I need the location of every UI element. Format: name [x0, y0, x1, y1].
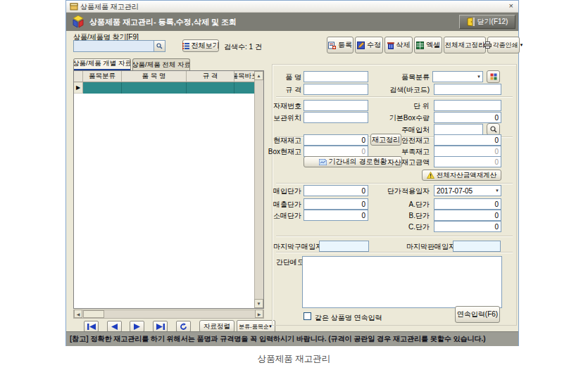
same-name-checkbox[interactable] [304, 312, 311, 320]
divider [276, 252, 513, 253]
chevron-down-icon: ▼ [495, 189, 499, 193]
sale-price-field[interactable] [304, 198, 368, 210]
nav-refresh-button[interactable] [176, 321, 191, 332]
product-name-label: 품 명 [263, 72, 301, 82]
purchase-price-label: 매입단가 [263, 186, 301, 196]
box-stock-field[interactable] [304, 146, 368, 157]
a-price-field[interactable] [434, 198, 501, 210]
retail-price-label: 소매단가 [263, 211, 301, 221]
refresh-icon [180, 323, 187, 331]
supplier-field[interactable] [434, 124, 483, 135]
memo-label: 간단메모 [276, 257, 304, 267]
app-window: 상품제품 재고관리 × 상품제품 재고관리- 등록,수정,삭제 및 조회 닫기(… [65, 0, 519, 346]
screenshot-caption: 상품제품 재고관리 [0, 353, 588, 365]
grid-cell[interactable] [83, 82, 122, 94]
nav-last-button[interactable] [153, 321, 168, 332]
grid-col-header[interactable]: 품목분류 [83, 71, 122, 82]
same-name-checkbox-label: 같은 상품명 연속입력 [315, 313, 382, 323]
grid-selector-header [74, 71, 83, 82]
product-grid[interactable]: 품목분류 품 목 명 규 격 품목바코 ▶ ▲ ▼ [73, 70, 264, 309]
close-icon[interactable]: × [509, 1, 513, 10]
status-bar: [참고] 정확한 재고관리를 하기 위해서는 품명과 규격명을 꼭 입력하시기 … [66, 331, 518, 346]
b-price-field[interactable] [434, 210, 501, 221]
category-label: 품목분류 [362, 72, 430, 82]
first-record-icon [87, 324, 96, 330]
product-name-field[interactable] [304, 71, 368, 82]
excel-button[interactable]: 엑셀 [414, 37, 442, 53]
category-dropdown[interactable]: ▼ [432, 71, 483, 82]
spec-field[interactable] [304, 84, 368, 95]
scroll-up-icon[interactable]: ▲ [254, 71, 263, 80]
grid-col-header[interactable]: 품 목 명 [122, 71, 187, 82]
current-stock-field[interactable] [304, 134, 368, 146]
divider [276, 183, 513, 184]
current-stock-label: 현재재고 [263, 136, 301, 146]
nav-first-button[interactable] [84, 321, 99, 332]
scroll-down-icon[interactable]: ▼ [254, 299, 263, 308]
stock-cleanup-all-button[interactable]: 전체재고정리 [444, 37, 486, 53]
continuous-input-button[interactable]: 연속입력(F6) [455, 306, 500, 323]
tab-all-data[interactable]: 상품/제품 전체 자료 [132, 58, 190, 70]
delete-button[interactable]: 삭제 [384, 37, 413, 53]
shortage-field[interactable] [434, 146, 501, 157]
grid-vertical-scrollbar[interactable]: ▲ ▼ [254, 71, 263, 308]
last-purchase-field[interactable] [319, 241, 369, 252]
grid-col-header[interactable]: 품목바코 [234, 71, 256, 82]
retail-price-field[interactable] [304, 210, 368, 221]
memo-textarea[interactable] [302, 256, 502, 308]
divider [276, 236, 513, 237]
recalc-asset-button[interactable]: 전체자산금액재계산 [422, 170, 501, 181]
category-manage-button[interactable] [487, 70, 500, 83]
location-field[interactable] [304, 112, 368, 123]
purchase-price-field[interactable] [304, 185, 368, 196]
tab-individual-data[interactable]: 상품/제품 개별 자료 [73, 58, 131, 70]
close-f12-button[interactable]: 닫기(F12) [459, 15, 515, 29]
safe-stock-field[interactable] [434, 134, 501, 146]
trash-icon [387, 42, 394, 49]
warning-icon [427, 172, 434, 179]
cubes-icon [71, 15, 85, 29]
app-icon [70, 2, 78, 11]
scroll-left-icon[interactable]: ◀ [74, 310, 82, 318]
chart-page-icon [319, 159, 327, 165]
last-record-icon [156, 324, 165, 330]
modify-button[interactable]: 수정 [355, 37, 383, 53]
b-price-label: B.단가 [362, 211, 430, 221]
unit-field[interactable] [434, 100, 501, 111]
search-icon[interactable] [154, 41, 165, 51]
box-stock-label: Box현재고 [263, 147, 301, 157]
list-icon [182, 43, 189, 49]
print-button[interactable]: 각종인쇄 ▼ [487, 37, 520, 53]
material-no-field[interactable] [304, 100, 368, 111]
register-button[interactable]: 등록 [327, 37, 354, 53]
last-sale-field[interactable] [453, 241, 501, 252]
header-band: 상품제품 재고관리- 등록,수정,삭제 및 조회 닫기(F12) [66, 13, 518, 31]
grid-cell[interactable] [122, 82, 187, 94]
status-text: [참고] 정확한 재고관리를 하기 위해서는 품명과 규격명을 꼭 입력하시기 … [70, 334, 486, 344]
price-date-dropdown[interactable]: 2017-07-05 ▼ [434, 185, 501, 196]
grid-cell[interactable] [234, 82, 256, 94]
door-icon [467, 18, 475, 26]
a-price-label: A.단가 [362, 200, 430, 210]
scrollbar-thumb[interactable] [83, 310, 104, 318]
grid-col-header[interactable]: 규 격 [187, 71, 234, 82]
view-all-button[interactable]: 전체보기 [182, 39, 219, 52]
search-icon [490, 126, 497, 133]
product-search-combo[interactable] [73, 40, 165, 52]
modify-icon [357, 42, 365, 49]
barcode-label: 검색(바코드) [362, 85, 430, 95]
grid-horizontal-scrollbar[interactable]: ◀ ▶ [73, 310, 264, 319]
grid-cell[interactable] [187, 82, 234, 94]
search-count: 검색수: 1 건 [224, 42, 262, 52]
nav-prev-button[interactable] [107, 321, 122, 332]
next-record-icon [134, 324, 140, 330]
location-label: 보관위치 [263, 113, 301, 123]
material-no-label: 자재번호 [263, 101, 301, 111]
c-price-field[interactable] [434, 221, 501, 232]
nav-next-button[interactable] [130, 321, 144, 332]
asset-amount-field[interactable] [434, 156, 501, 167]
printer-icon [484, 42, 492, 49]
box-qty-field[interactable] [434, 112, 501, 123]
scroll-right-icon[interactable]: ▶ [255, 310, 263, 318]
barcode-field[interactable] [434, 84, 501, 95]
